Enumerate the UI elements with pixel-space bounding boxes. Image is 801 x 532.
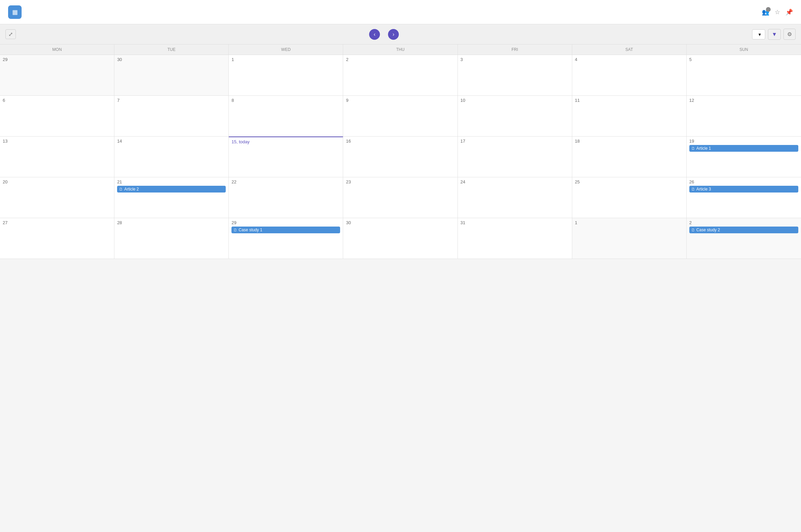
event-doc-icon: 🗋 bbox=[119, 187, 123, 191]
day-cell[interactable]: 5 bbox=[687, 55, 801, 95]
day-cell[interactable]: 31 bbox=[458, 218, 572, 259]
header-actions: 👥 ☆ 📌 bbox=[762, 8, 793, 16]
day-cell[interactable]: 21🗋Article 2 bbox=[114, 177, 229, 218]
event-item[interactable]: 🗋Article 2 bbox=[117, 186, 226, 192]
people-button[interactable]: 👥 bbox=[762, 8, 769, 16]
filter-button[interactable]: ▼ bbox=[768, 29, 781, 40]
week-row-2: 131415, today16171819🗋Article 1 bbox=[0, 136, 801, 177]
chevron-down-icon: ▾ bbox=[759, 32, 761, 37]
view-selector[interactable]: ▾ bbox=[752, 29, 765, 39]
day-number: 26 bbox=[689, 179, 798, 185]
event-doc-icon: 🗋 bbox=[691, 228, 695, 232]
day-cell[interactable]: 13 bbox=[0, 136, 114, 177]
day-cell[interactable]: 12 bbox=[687, 96, 801, 136]
day-cell[interactable]: 10 bbox=[458, 96, 572, 136]
day-cell[interactable]: 15, today bbox=[229, 136, 343, 177]
day-cell[interactable]: 2 bbox=[343, 55, 457, 95]
day-cell[interactable]: 8 bbox=[229, 96, 343, 136]
week-row-3: 2021🗋Article 22223242526🗋Article 3 bbox=[0, 177, 801, 218]
day-cell[interactable]: 29 bbox=[0, 55, 114, 95]
day-number: 4 bbox=[575, 57, 684, 62]
day-number: 31 bbox=[460, 220, 569, 225]
toolbar-right: ▾ ▼ ⚙ bbox=[752, 28, 796, 40]
day-header-sun: SUN bbox=[687, 44, 801, 55]
day-number: 18 bbox=[575, 138, 684, 144]
day-cell[interactable]: 24 bbox=[458, 177, 572, 218]
day-number: 15, today bbox=[232, 139, 340, 144]
day-cell[interactable]: 30 bbox=[343, 218, 457, 259]
day-header-wed: WED bbox=[229, 44, 343, 55]
day-cell[interactable]: 9 bbox=[343, 96, 457, 136]
day-header-mon: MON bbox=[0, 44, 114, 55]
day-cell[interactable]: 1 bbox=[572, 218, 687, 259]
day-headers: MONTUEWEDTHUFRISATSUN bbox=[0, 44, 801, 55]
event-label: Article 1 bbox=[696, 146, 711, 151]
event-doc-icon: 🗋 bbox=[691, 146, 695, 150]
settings-button[interactable]: ⚙ bbox=[783, 28, 796, 40]
day-cell[interactable]: 25 bbox=[572, 177, 687, 218]
star-button[interactable]: ☆ bbox=[775, 8, 780, 16]
people-badge bbox=[766, 7, 771, 12]
day-number: 29 bbox=[232, 220, 340, 225]
day-cell[interactable]: 30 bbox=[114, 55, 229, 95]
event-doc-icon: 🗋 bbox=[234, 228, 237, 232]
day-cell[interactable]: 2🗋Case study 2 bbox=[687, 218, 801, 259]
event-label: Article 3 bbox=[696, 187, 711, 191]
event-doc-icon: 🗋 bbox=[691, 187, 695, 191]
day-number: 1 bbox=[232, 57, 340, 62]
event-item[interactable]: 🗋Case study 2 bbox=[689, 227, 798, 233]
event-item[interactable]: 🗋Article 3 bbox=[689, 186, 798, 192]
app-header: ▦ 👥 ☆ 📌 bbox=[0, 0, 801, 24]
event-label: Case study 1 bbox=[239, 228, 262, 232]
pin-button[interactable]: 📌 bbox=[785, 8, 793, 16]
day-number: 29 bbox=[3, 57, 111, 62]
day-cell[interactable]: 4 bbox=[572, 55, 687, 95]
day-cell[interactable]: 28 bbox=[114, 218, 229, 259]
day-cell[interactable]: 26🗋Article 3 bbox=[687, 177, 801, 218]
day-cell[interactable]: 14 bbox=[114, 136, 229, 177]
day-number: 30 bbox=[346, 220, 454, 225]
day-number: 27 bbox=[3, 220, 111, 225]
day-number: 25 bbox=[575, 179, 684, 185]
prev-month-button[interactable]: ‹ bbox=[369, 29, 380, 40]
event-label: Case study 2 bbox=[696, 228, 720, 232]
day-cell[interactable]: 1 bbox=[229, 55, 343, 95]
day-cell[interactable]: 18 bbox=[572, 136, 687, 177]
day-number: 17 bbox=[460, 138, 569, 144]
day-cell[interactable]: 20 bbox=[0, 177, 114, 218]
day-cell[interactable]: 6 bbox=[0, 96, 114, 136]
next-month-button[interactable]: › bbox=[388, 29, 399, 40]
day-cell[interactable]: 11 bbox=[572, 96, 687, 136]
day-cell[interactable]: 17 bbox=[458, 136, 572, 177]
day-number: 21 bbox=[117, 179, 226, 185]
event-item[interactable]: 🗋Article 1 bbox=[689, 145, 798, 152]
calendar-container: MONTUEWEDTHUFRISATSUN 293012345678910111… bbox=[0, 44, 801, 259]
day-number: 3 bbox=[460, 57, 569, 62]
day-number: 30 bbox=[117, 57, 226, 62]
calendar-nav: ‹ › bbox=[369, 29, 399, 40]
day-number: 7 bbox=[117, 98, 226, 103]
day-number: 19 bbox=[689, 138, 798, 144]
event-label: Article 2 bbox=[124, 187, 139, 191]
day-cell[interactable]: 3 bbox=[458, 55, 572, 95]
calendar-toolbar: ⤢ ‹ › ▾ ▼ ⚙ bbox=[0, 24, 801, 44]
calendar-grid: MONTUEWEDTHUFRISATSUN 293012345678910111… bbox=[0, 44, 801, 259]
day-cell[interactable]: 19🗋Article 1 bbox=[687, 136, 801, 177]
day-cell[interactable]: 7 bbox=[114, 96, 229, 136]
day-number: 2 bbox=[346, 57, 454, 62]
day-cell[interactable]: 16 bbox=[343, 136, 457, 177]
event-item[interactable]: 🗋Case study 1 bbox=[232, 227, 340, 233]
day-number: 28 bbox=[117, 220, 226, 225]
day-cell[interactable]: 27 bbox=[0, 218, 114, 259]
day-header-sat: SAT bbox=[572, 44, 687, 55]
day-number: 8 bbox=[232, 98, 340, 103]
day-cell[interactable]: 22 bbox=[229, 177, 343, 218]
expand-button[interactable]: ⤢ bbox=[5, 29, 16, 39]
header-left: ▦ bbox=[8, 5, 26, 19]
day-number: 22 bbox=[232, 179, 340, 185]
day-number: 12 bbox=[689, 98, 798, 103]
day-cell[interactable]: 23 bbox=[343, 177, 457, 218]
day-number: 1 bbox=[575, 220, 684, 225]
day-header-fri: FRI bbox=[458, 44, 572, 55]
day-cell[interactable]: 29🗋Case study 1 bbox=[229, 218, 343, 259]
